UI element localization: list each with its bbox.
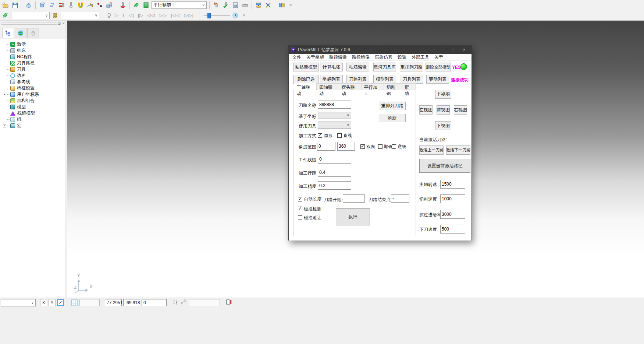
strategy-list-icon[interactable] <box>142 1 150 9</box>
status-dropdown[interactable]: ∨ <box>1 299 36 306</box>
axis-z-button[interactable]: Z <box>57 299 64 306</box>
boundary-icon[interactable] <box>77 1 85 9</box>
drive-list-button[interactable]: 驱动列表 <box>426 75 449 84</box>
tree-item-activate[interactable]: ≻激活 <box>2 41 65 48</box>
tree-item-patterns[interactable]: 参考线 <box>2 79 65 85</box>
panel-close-icon[interactable]: × <box>63 21 65 26</box>
save-project-icon[interactable] <box>11 1 19 9</box>
empty-field[interactable] <box>189 299 220 306</box>
dialog-titlebar[interactable]: ✦ PowerMILL 忆梦星河 7.0.6 – □ × <box>289 46 472 54</box>
plunge-feed-input[interactable] <box>440 225 465 234</box>
sim-tool-dropdown[interactable]: ∨ <box>61 12 99 19</box>
tool-yellow-icon[interactable] <box>51 11 59 20</box>
go-start-icon[interactable]: |◁◁ <box>171 13 180 18</box>
activate-next-toolpath-button[interactable]: 激活下一刀路 <box>446 145 470 155</box>
bidirectional-checkbox[interactable]: 双向 <box>360 144 375 150</box>
tab-3axis[interactable]: 三轴联动 <box>294 83 317 90</box>
refresh-button[interactable]: 刷新 <box>379 114 406 122</box>
view-right-button[interactable]: 右视图 <box>454 105 467 115</box>
grid-icon[interactable] <box>71 299 78 306</box>
coord-x-field[interactable]: 77.2951 <box>105 299 122 306</box>
nc-program-icon[interactable] <box>57 1 65 9</box>
tree-item-feature-sets[interactable]: 特征设置 <box>2 85 65 91</box>
feature-set-icon[interactable] <box>105 1 113 9</box>
play-icon[interactable]: ▷ <box>115 13 119 18</box>
activate-prev-toolpath-button[interactable]: 激活上一刀路 <box>419 145 444 155</box>
tolerance-input[interactable] <box>318 181 351 190</box>
tree-item-macros[interactable]: +宏 <box>2 123 65 129</box>
menu-file[interactable]: 文件 <box>292 54 301 60</box>
mode-line-checkbox[interactable]: 直线 <box>337 133 352 139</box>
tool-icon[interactable] <box>67 1 75 9</box>
fast-forward-icon[interactable]: ▷▷ <box>159 13 167 18</box>
axis-x-button[interactable]: X <box>40 299 47 306</box>
panel-grip[interactable]: ⊡ × <box>0 21 65 27</box>
rearrange-button[interactable]: 重排列刀路 <box>379 102 406 110</box>
tab-parallel[interactable]: 平行加工 <box>361 83 384 90</box>
transform-icon[interactable] <box>264 1 272 9</box>
tab-explorer-tree[interactable] <box>2 28 14 38</box>
compare-cylinders-icon[interactable] <box>278 1 286 9</box>
toolpath-name-input[interactable] <box>318 101 351 109</box>
tool-check-icon[interactable] <box>222 1 230 9</box>
tab-4axis[interactable]: 四轴联动 <box>316 83 339 90</box>
spindle-speed-input[interactable] <box>440 180 465 189</box>
cutting-feed-input[interactable] <box>440 194 465 203</box>
sim-speed-slider[interactable] <box>204 15 230 16</box>
xyz-list-icon[interactable] <box>172 299 178 306</box>
tab-recycle-bin[interactable] <box>27 28 39 38</box>
stepover-input[interactable] <box>318 168 351 177</box>
toolbar-close-icon[interactable]: × <box>287 2 294 8</box>
go-end-icon[interactable]: ▷▷| <box>184 13 194 18</box>
stock-edit-button[interactable]: 毛坯编辑 <box>346 63 369 71</box>
tool-dropdown[interactable]: ∨ <box>318 122 351 129</box>
collision-check-checkbox[interactable]: 碰撞检测 <box>298 206 321 212</box>
collision-avoid-checkbox[interactable]: 碰撞避让 <box>298 215 321 221</box>
sim-toolpath-dropdown[interactable]: ∨ <box>11 12 50 19</box>
menu-render-sim[interactable]: 渲染仿真 <box>375 54 392 60</box>
angle-end-input[interactable] <box>337 142 355 151</box>
stock-allowance-input[interactable] <box>318 155 351 164</box>
points-icon[interactable] <box>96 1 104 9</box>
strategy-dropdown[interactable]: 平行精加工 ∨ <box>152 1 207 9</box>
slider-handle[interactable] <box>207 13 211 18</box>
tab-saw[interactable]: 切割锯 <box>384 83 402 90</box>
tool-holder-icon[interactable] <box>119 1 127 9</box>
menu-about[interactable]: 关于 <box>434 54 443 60</box>
toolpath-icon[interactable] <box>48 1 56 9</box>
teapot-shading-icon[interactable] <box>25 1 33 9</box>
menu-coords[interactable]: 关于坐标 <box>306 54 324 60</box>
toolpath-spring-icon[interactable] <box>1 11 10 20</box>
tree-item-boundaries[interactable]: 边界 <box>2 73 65 79</box>
maximize-button[interactable]: □ <box>449 47 459 52</box>
tree-item-machine[interactable]: 机床 <box>2 48 65 54</box>
tree-item-tools[interactable]: 刀具 <box>2 66 65 73</box>
climb-checkbox[interactable]: 顺铣 <box>378 144 393 150</box>
empty-field[interactable] <box>79 299 100 306</box>
angle-start-input[interactable] <box>317 142 335 151</box>
tool-library-button[interactable]: 星河刀具库 <box>373 63 396 71</box>
set-active-path-button[interactable]: 设置当前激活路径 <box>419 159 470 173</box>
close-button[interactable]: × <box>459 47 469 52</box>
end-point-input[interactable] <box>391 194 409 203</box>
axis-y-button[interactable]: Y <box>49 299 56 306</box>
toolpath-list-button[interactable]: 刀路列表 <box>346 75 369 84</box>
open-project-icon[interactable] <box>1 1 10 9</box>
step-forward-icon[interactable]: |▷ <box>138 13 143 18</box>
tree-item-nc-program[interactable]: NC程序 <box>2 54 65 60</box>
mode-circle-checkbox[interactable]: 圆形 <box>318 133 332 139</box>
doc-pause-icon[interactable] <box>226 299 232 306</box>
tree-item-stock-models[interactable]: 残留模型 <box>2 110 65 116</box>
rearrange-toolpath-button[interactable]: 重排列刀路 <box>400 63 423 71</box>
minimize-button[interactable]: – <box>438 47 449 52</box>
calc-stock-button[interactable]: 计算毛坯 <box>320 63 343 71</box>
tree-item-workplanes[interactable]: +用户坐标系 <box>2 91 65 98</box>
menu-path-edit[interactable]: 路径编辑 <box>329 54 347 60</box>
skim-feed-input[interactable] <box>440 210 465 219</box>
tool-star-icon[interactable] <box>212 1 220 9</box>
tree-item-toolpaths[interactable]: 刀具路径 <box>2 60 65 66</box>
model-list-button[interactable]: 模型列表 <box>373 75 396 84</box>
tree-item-levels[interactable]: 层和组合 <box>2 98 65 104</box>
view-bottom-button[interactable]: 下视图 <box>435 121 451 130</box>
conventional-checkbox[interactable]: 逆铣 <box>392 144 406 150</box>
